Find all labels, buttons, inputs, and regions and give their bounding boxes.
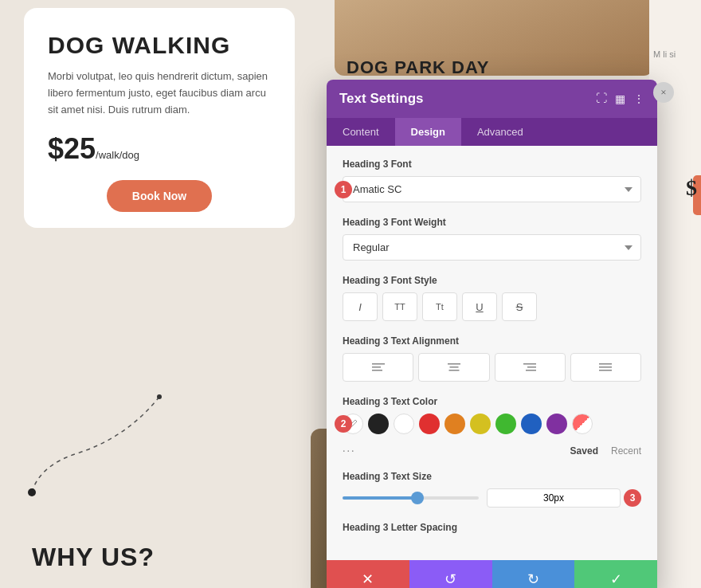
svg-rect-7	[448, 370, 459, 371]
undo-button[interactable]: ↺	[409, 560, 492, 588]
price-unit: /walk/dog	[96, 149, 139, 161]
italic-button[interactable]: I	[343, 292, 378, 321]
dashed-path-decoration	[16, 389, 175, 508]
cancel-icon: ✕	[362, 570, 374, 588]
heading3-spacing-label: Heading 3 Letter Spacing	[343, 522, 641, 533]
confirm-button[interactable]: ✓	[574, 560, 657, 588]
badge-1: 1	[335, 181, 352, 198]
why-us-heading: Why Us?	[32, 543, 155, 572]
confirm-icon: ✓	[610, 570, 622, 588]
svg-rect-9	[527, 367, 536, 368]
color-swatches-row: 2	[343, 414, 641, 434]
capitalize-button[interactable]: Tt	[422, 292, 457, 321]
color-green[interactable]	[495, 414, 516, 434]
size-slider-thumb[interactable]	[411, 492, 424, 504]
heading3-color-label: Heading 3 Text Color	[343, 396, 641, 407]
svg-rect-13	[599, 370, 612, 371]
fullscreen-icon[interactable]: ⛶	[596, 92, 607, 105]
color-purple[interactable]	[546, 414, 567, 434]
heading3-size-group: Heading 3 Text Size 3	[343, 471, 641, 508]
heading3-weight-label: Heading 3 Font Weight	[343, 217, 641, 228]
grid-icon[interactable]: ▦	[615, 92, 625, 106]
color-bottom-row: ... Saved Recent	[343, 441, 641, 457]
redo-icon: ↻	[527, 570, 539, 588]
saved-tab[interactable]: Saved	[570, 445, 598, 457]
heading3-color-group: Heading 3 Text Color 2 ...	[343, 396, 641, 457]
svg-rect-12	[599, 367, 612, 368]
align-justify-button[interactable]	[570, 353, 641, 382]
tab-design[interactable]: Design	[395, 118, 461, 146]
font-select-wrapper: 1 Amatic SC	[343, 176, 641, 202]
heading3-alignment-label: Heading 3 Text Alignment	[343, 335, 641, 347]
modal-tabs: Content Design Advanced	[327, 118, 657, 146]
badge-2: 2	[335, 415, 352, 433]
svg-rect-8	[523, 363, 536, 365]
price-block: $25/walk/dog	[48, 132, 271, 166]
heading3-weight-select[interactable]: Regular	[343, 234, 641, 261]
left-card: Dog Walking Morbi volutpat, leo quis hen…	[24, 8, 295, 228]
color-orange[interactable]	[444, 414, 465, 434]
svg-rect-3	[372, 367, 381, 368]
color-yellow[interactable]	[470, 414, 491, 434]
recent-tab[interactable]: Recent	[611, 445, 641, 457]
color-transparent[interactable]	[572, 414, 593, 434]
heading3-alignment-group: Heading 3 Text Alignment	[343, 335, 641, 382]
uppercase-button[interactable]: TT	[382, 292, 417, 321]
book-now-button[interactable]: Book Now	[107, 180, 212, 212]
svg-point-0	[28, 488, 36, 496]
modal-actions: ✕ ↺ ↻ ✓	[327, 560, 657, 588]
align-center-button[interactable]	[418, 353, 489, 382]
redo-button[interactable]: ↻	[492, 560, 575, 588]
align-right-button[interactable]	[495, 353, 566, 382]
modal-header-icons: ⛶ ▦ ⋮	[596, 92, 644, 106]
price-value: $25	[48, 132, 96, 165]
cancel-button[interactable]: ✕	[327, 560, 409, 588]
heading3-font-label: Heading 3 Font	[343, 159, 641, 170]
color-black[interactable]	[368, 414, 389, 434]
more-colors-dots[interactable]: ...	[343, 442, 356, 455]
undo-icon: ↺	[444, 570, 456, 588]
more-options-icon[interactable]: ⋮	[633, 92, 644, 106]
modal-close-overlay[interactable]: ×	[653, 82, 674, 103]
heading3-size-label: Heading 3 Text Size	[343, 471, 641, 482]
left-card-title: Dog Walking	[48, 32, 271, 59]
modal-body: Heading 3 Font 1 Amatic SC Heading 3 Fon…	[327, 146, 657, 560]
underline-button[interactable]: U	[462, 292, 497, 321]
heading3-spacing-group: Heading 3 Letter Spacing	[343, 522, 641, 533]
tab-advanced[interactable]: Advanced	[461, 118, 539, 146]
slider-row: 3	[343, 488, 641, 508]
dog-park-title: Dog Park Day	[347, 57, 489, 78]
color-white[interactable]	[394, 414, 414, 434]
size-slider-fill	[343, 496, 417, 500]
align-left-button[interactable]	[343, 353, 413, 382]
svg-point-1	[157, 394, 162, 399]
size-value-input[interactable]	[487, 488, 621, 508]
strikethrough-button[interactable]: S	[502, 292, 537, 321]
size-value-box: 3	[487, 488, 641, 508]
svg-rect-4	[372, 370, 382, 371]
heading3-font-group: Heading 3 Font 1 Amatic SC	[343, 159, 641, 202]
heading3-weight-group: Heading 3 Font Weight Regular	[343, 217, 641, 261]
align-justify-icon	[599, 361, 612, 374]
color-red[interactable]	[419, 414, 440, 434]
svg-rect-10	[526, 370, 536, 371]
svg-rect-6	[449, 367, 458, 368]
align-right-icon	[523, 361, 536, 374]
heading3-font-select[interactable]: Amatic SC	[343, 176, 641, 202]
badge-3: 3	[624, 489, 641, 507]
modal-header: Text Settings ⛶ ▦ ⋮	[327, 80, 657, 118]
align-left-icon	[372, 361, 385, 374]
svg-rect-2	[372, 363, 385, 365]
size-slider-track[interactable]	[343, 496, 479, 500]
right-edge-text: M li si	[653, 48, 697, 61]
color-blue[interactable]	[521, 414, 542, 434]
text-settings-modal: Text Settings ⛶ ▦ ⋮ Content Design Advan…	[327, 80, 657, 588]
tab-content[interactable]: Content	[327, 118, 395, 146]
font-style-buttons: I TT Tt U S	[343, 292, 641, 321]
svg-rect-11	[599, 363, 612, 365]
left-card-description: Morbi volutpat, leo quis hendrerit dictu…	[48, 69, 271, 118]
color-tabs: Saved Recent	[570, 445, 641, 457]
right-price: $	[686, 175, 697, 201]
svg-rect-5	[448, 363, 460, 365]
align-center-icon	[448, 361, 460, 374]
